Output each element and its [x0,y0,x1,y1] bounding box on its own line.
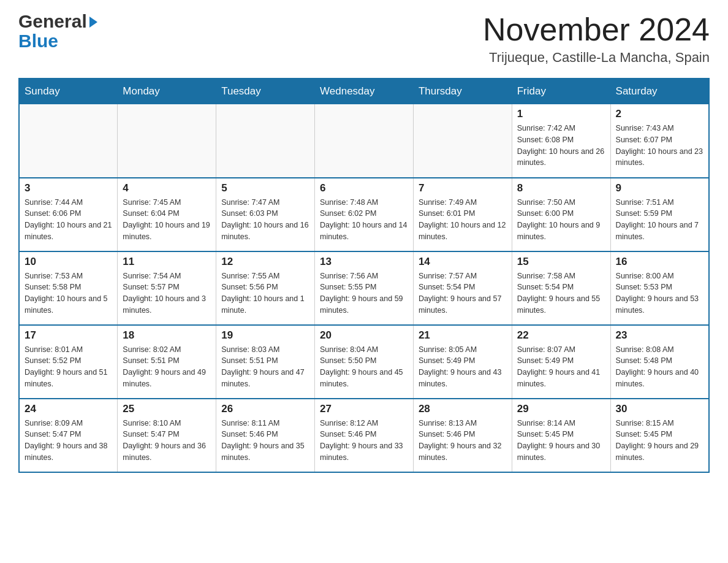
calendar-cell: 29Sunrise: 8:14 AM Sunset: 5:45 PM Dayli… [512,399,610,472]
day-number: 26 [221,403,309,415]
day-info: Sunrise: 8:02 AM Sunset: 5:51 PM Dayligh… [123,344,211,390]
calendar-cell: 18Sunrise: 8:02 AM Sunset: 5:51 PM Dayli… [118,325,216,399]
day-number: 21 [419,329,507,342]
day-info: Sunrise: 7:58 AM Sunset: 5:54 PM Dayligh… [517,270,605,316]
day-info: Sunrise: 8:13 AM Sunset: 5:46 PM Dayligh… [419,418,507,464]
day-info: Sunrise: 7:45 AM Sunset: 6:04 PM Dayligh… [123,197,211,243]
calendar-cell [216,104,315,178]
day-number: 1 [517,108,605,120]
day-info: Sunrise: 7:51 AM Sunset: 5:59 PM Dayligh… [616,197,703,243]
calendar-week-row: 24Sunrise: 8:09 AM Sunset: 5:47 PM Dayli… [19,399,709,472]
day-number: 6 [320,182,408,194]
weekday-header-thursday: Thursday [413,79,512,104]
calendar-table: SundayMondayTuesdayWednesdayThursdayFrid… [18,78,710,473]
day-info: Sunrise: 7:47 AM Sunset: 6:03 PM Dayligh… [221,197,309,243]
weekday-header-friday: Friday [512,79,610,104]
day-info: Sunrise: 7:48 AM Sunset: 6:02 PM Dayligh… [320,197,408,243]
calendar-week-row: 10Sunrise: 7:53 AM Sunset: 5:58 PM Dayli… [19,251,709,325]
calendar-cell: 10Sunrise: 7:53 AM Sunset: 5:58 PM Dayli… [19,251,118,325]
weekday-header-monday: Monday [118,79,216,104]
calendar-cell: 13Sunrise: 7:56 AM Sunset: 5:55 PM Dayli… [315,251,414,325]
day-info: Sunrise: 7:53 AM Sunset: 5:58 PM Dayligh… [25,270,112,316]
calendar-cell: 22Sunrise: 8:07 AM Sunset: 5:49 PM Dayli… [512,325,610,399]
day-info: Sunrise: 7:57 AM Sunset: 5:54 PM Dayligh… [419,270,507,316]
day-number: 2 [616,108,703,120]
day-info: Sunrise: 8:12 AM Sunset: 5:46 PM Dayligh… [320,418,408,464]
day-number: 22 [517,329,605,342]
page-header: General Blue November 2024 Trijueque, Ca… [18,12,710,66]
day-info: Sunrise: 7:42 AM Sunset: 6:08 PM Dayligh… [517,123,605,169]
day-number: 29 [517,403,605,415]
day-number: 28 [419,403,507,415]
calendar-cell [19,104,118,178]
day-info: Sunrise: 8:00 AM Sunset: 5:53 PM Dayligh… [616,270,703,316]
day-info: Sunrise: 7:54 AM Sunset: 5:57 PM Dayligh… [123,270,211,316]
day-number: 23 [616,329,703,342]
calendar-cell: 27Sunrise: 8:12 AM Sunset: 5:46 PM Dayli… [315,399,414,472]
calendar-cell: 25Sunrise: 8:10 AM Sunset: 5:47 PM Dayli… [118,399,216,472]
calendar-cell: 4Sunrise: 7:45 AM Sunset: 6:04 PM Daylig… [118,178,216,251]
location-text: Trijueque, Castille-La Mancha, Spain [483,50,710,66]
calendar-cell: 16Sunrise: 8:00 AM Sunset: 5:53 PM Dayli… [610,251,709,325]
day-number: 17 [25,329,112,342]
logo-arrow-icon [89,17,97,28]
day-number: 7 [419,182,507,194]
day-number: 13 [320,256,408,268]
calendar-week-row: 17Sunrise: 8:01 AM Sunset: 5:52 PM Dayli… [19,325,709,399]
day-info: Sunrise: 7:44 AM Sunset: 6:06 PM Dayligh… [25,197,112,243]
calendar-cell: 1Sunrise: 7:42 AM Sunset: 6:08 PM Daylig… [512,104,610,178]
day-number: 5 [221,182,309,194]
calendar-cell: 26Sunrise: 8:11 AM Sunset: 5:46 PM Dayli… [216,399,315,472]
title-block: November 2024 Trijueque, Castille-La Man… [483,12,710,66]
calendar-cell: 23Sunrise: 8:08 AM Sunset: 5:48 PM Dayli… [610,325,709,399]
day-number: 15 [517,256,605,268]
day-number: 20 [320,329,408,342]
calendar-cell: 9Sunrise: 7:51 AM Sunset: 5:59 PM Daylig… [610,178,709,251]
calendar-cell: 12Sunrise: 7:55 AM Sunset: 5:56 PM Dayli… [216,251,315,325]
day-number: 18 [123,329,211,342]
weekday-header-sunday: Sunday [19,79,118,104]
day-info: Sunrise: 8:11 AM Sunset: 5:46 PM Dayligh… [221,418,309,464]
calendar-week-row: 3Sunrise: 7:44 AM Sunset: 6:06 PM Daylig… [19,178,709,251]
day-info: Sunrise: 7:43 AM Sunset: 6:07 PM Dayligh… [616,123,703,169]
calendar-cell: 24Sunrise: 8:09 AM Sunset: 5:47 PM Dayli… [19,399,118,472]
day-number: 3 [25,182,112,194]
calendar-cell: 17Sunrise: 8:01 AM Sunset: 5:52 PM Dayli… [19,325,118,399]
calendar-cell: 11Sunrise: 7:54 AM Sunset: 5:57 PM Dayli… [118,251,216,325]
logo-blue-text: Blue [18,31,58,51]
day-number: 24 [25,403,112,415]
day-info: Sunrise: 8:04 AM Sunset: 5:50 PM Dayligh… [320,344,408,390]
calendar-cell [413,104,512,178]
calendar-cell: 7Sunrise: 7:49 AM Sunset: 6:01 PM Daylig… [413,178,512,251]
day-number: 9 [616,182,703,194]
day-number: 8 [517,182,605,194]
day-info: Sunrise: 8:10 AM Sunset: 5:47 PM Dayligh… [123,418,211,464]
day-number: 4 [123,182,211,194]
day-number: 19 [221,329,309,342]
day-info: Sunrise: 7:50 AM Sunset: 6:00 PM Dayligh… [517,197,605,243]
day-info: Sunrise: 8:14 AM Sunset: 5:45 PM Dayligh… [517,418,605,464]
day-number: 14 [419,256,507,268]
calendar-cell: 6Sunrise: 7:48 AM Sunset: 6:02 PM Daylig… [315,178,414,251]
weekday-header-saturday: Saturday [610,79,709,104]
calendar-cell: 21Sunrise: 8:05 AM Sunset: 5:49 PM Dayli… [413,325,512,399]
day-info: Sunrise: 7:49 AM Sunset: 6:01 PM Dayligh… [419,197,507,243]
calendar-cell: 19Sunrise: 8:03 AM Sunset: 5:51 PM Dayli… [216,325,315,399]
calendar-cell [315,104,414,178]
day-info: Sunrise: 8:08 AM Sunset: 5:48 PM Dayligh… [616,344,703,390]
day-info: Sunrise: 7:55 AM Sunset: 5:56 PM Dayligh… [221,270,309,316]
day-number: 11 [123,256,211,268]
day-info: Sunrise: 8:05 AM Sunset: 5:49 PM Dayligh… [419,344,507,390]
day-number: 16 [616,256,703,268]
day-info: Sunrise: 8:07 AM Sunset: 5:49 PM Dayligh… [517,344,605,390]
day-number: 12 [221,256,309,268]
logo: General Blue [18,12,97,52]
logo-general-text: General [18,12,87,31]
weekday-header-wednesday: Wednesday [315,79,414,104]
calendar-cell: 8Sunrise: 7:50 AM Sunset: 6:00 PM Daylig… [512,178,610,251]
calendar-cell: 20Sunrise: 8:04 AM Sunset: 5:50 PM Dayli… [315,325,414,399]
day-info: Sunrise: 7:56 AM Sunset: 5:55 PM Dayligh… [320,270,408,316]
day-info: Sunrise: 8:09 AM Sunset: 5:47 PM Dayligh… [25,418,112,464]
calendar-cell: 14Sunrise: 7:57 AM Sunset: 5:54 PM Dayli… [413,251,512,325]
day-number: 25 [123,403,211,415]
